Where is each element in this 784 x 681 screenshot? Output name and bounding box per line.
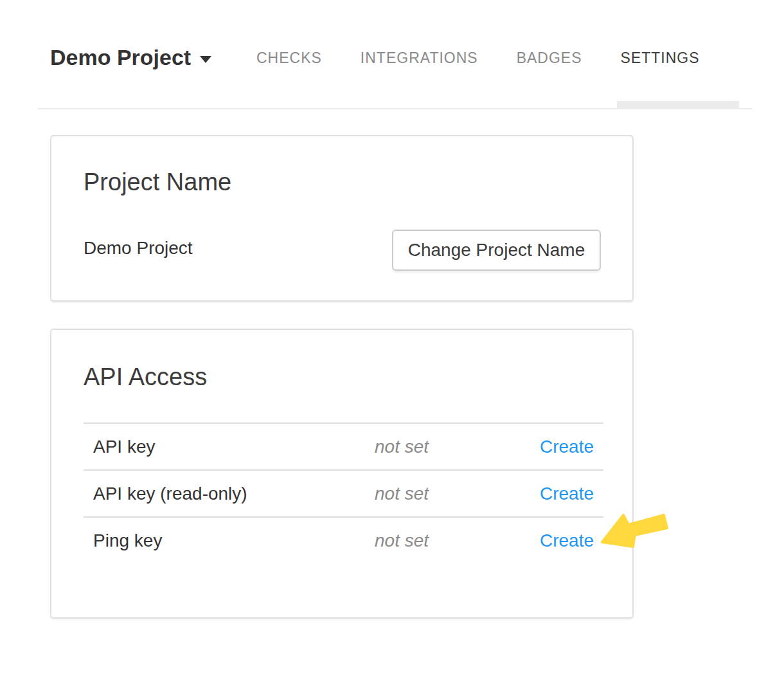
tab-integrations[interactable]: INTEGRATIONS [361,50,478,67]
tab-badges[interactable]: BADGES [517,50,582,67]
api-key-read-only-value: not set [375,484,540,504]
ping-key-create-link[interactable]: Create [540,531,603,551]
api-key-read-only-create-link[interactable]: Create [540,484,603,504]
ping-key-label: Ping key [84,531,375,551]
project-switcher[interactable]: Demo Project [50,45,211,70]
project-name-card: Project Name Demo Project Change Project… [50,135,634,302]
api-key-label: API key [84,437,375,457]
api-key-read-only-label: API key (read-only) [84,484,375,504]
change-project-name-button[interactable]: Change Project Name [392,230,601,271]
api-access-heading: API Access [84,363,207,391]
table-row-api-key: API key not set Create [84,422,603,469]
ping-key-value: not set [375,531,540,551]
tab-settings[interactable]: SETTINGS [621,50,700,67]
tab-checks[interactable]: CHECKS [256,50,322,67]
api-key-create-link[interactable]: Create [540,437,603,457]
table-row-api-key-read-only: API key (read-only) not set Create [84,469,603,516]
caret-down-icon [200,56,211,63]
nav-divider [38,108,753,109]
api-key-value: not set [375,437,540,457]
api-keys-table: API key not set Create API key (read-onl… [84,422,603,563]
table-row-ping-key: Ping key not set Create [84,516,603,563]
api-access-card: API Access API key not set Create API ke… [50,329,634,619]
current-project-name: Demo Project [84,238,193,259]
main-nav: CHECKS INTEGRATIONS BADGES SETTINGS [256,50,700,67]
project-name-heading: Project Name [84,168,231,196]
project-title-label: Demo Project [50,45,191,70]
